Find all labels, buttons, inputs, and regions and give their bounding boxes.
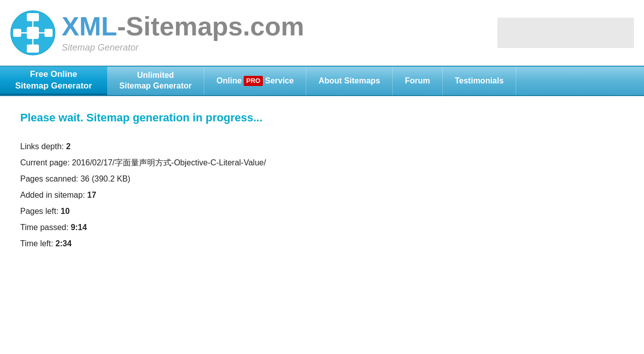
logo-icon <box>10 10 56 56</box>
nav-item-unlimited-label: UnlimitedSitemap Generator <box>119 70 192 92</box>
pages-left-value: 10 <box>61 207 70 215</box>
main-content: Please wait. Sitemap generation in progr… <box>0 96 644 267</box>
logo-rest: -Sitemaps.com <box>117 12 304 41</box>
header-search-area <box>497 18 634 48</box>
svg-rect-3 <box>27 45 39 53</box>
svg-rect-2 <box>27 13 39 21</box>
logo-text-block: XML-Sitemaps.com Sitemap Generator <box>62 12 304 53</box>
status-heading: Please wait. Sitemap generation in progr… <box>20 111 624 124</box>
logo-container: XML-Sitemaps.com Sitemap Generator <box>10 10 304 56</box>
svg-rect-4 <box>13 29 21 37</box>
nav-online-text: Online <box>216 76 242 86</box>
header: XML-Sitemaps.com Sitemap Generator <box>0 0 644 66</box>
current-page-label: Current page: <box>20 158 72 167</box>
time-passed-label: Time passed: <box>20 223 71 232</box>
time-passed-value: 9:14 <box>71 223 87 232</box>
time-passed-row: Time passed: 9:14 <box>20 219 624 236</box>
time-left-label: Time left: <box>20 239 56 248</box>
svg-rect-1 <box>27 27 39 39</box>
nav-item-forum-label: Forum <box>405 76 430 86</box>
nav-item-forum[interactable]: Forum <box>393 67 443 95</box>
added-in-sitemap-row: Added in sitemap: 17 <box>20 187 624 203</box>
nav-bar: Free OnlineSitemap Generator UnlimitedSi… <box>0 66 644 96</box>
current-page-row: Current page: 2016/02/17/字面量声明方式-Objecti… <box>20 155 624 171</box>
pages-scanned-value: 36 (390.2 KB) <box>80 174 130 183</box>
nav-item-testimonials-label: Testimonials <box>455 76 504 86</box>
pro-badge: PRO <box>244 76 263 86</box>
time-left-value: 2:34 <box>56 239 72 248</box>
nav-item-online-pro[interactable]: OnlinePRO Service <box>204 67 306 95</box>
nav-service-text: Service <box>265 76 294 86</box>
stats-block: Links depth: 2 Current page: 2016/02/17/… <box>20 139 624 252</box>
pages-left-label: Pages left: <box>20 207 61 215</box>
pages-left-row: Pages left: 10 <box>20 203 624 219</box>
pages-scanned-row: Pages scanned: 36 (390.2 KB) <box>20 171 624 187</box>
logo-subtitle: Sitemap Generator <box>62 42 304 53</box>
links-depth-label: Links depth: <box>20 142 66 151</box>
added-value: 17 <box>87 191 97 199</box>
logo-title: XML-Sitemaps.com <box>62 12 304 41</box>
time-left-row: Time left: 2:34 <box>20 236 624 252</box>
nav-item-about-label: About Sitemaps <box>318 76 380 86</box>
nav-item-free-online[interactable]: Free OnlineSitemap Generator <box>0 67 107 95</box>
current-page-value: 2016/02/17/字面量声明方式-Objective-C-Literal-V… <box>72 158 266 167</box>
nav-item-free-online-label: Free OnlineSitemap Generator <box>15 69 92 91</box>
nav-item-unlimited[interactable]: UnlimitedSitemap Generator <box>107 67 204 95</box>
nav-item-testimonials[interactable]: Testimonials <box>443 67 517 95</box>
svg-rect-5 <box>44 29 53 37</box>
links-depth-value: 2 <box>66 142 71 151</box>
pages-scanned-label: Pages scanned: <box>20 174 80 183</box>
nav-item-about[interactable]: About Sitemaps <box>306 67 393 95</box>
added-label: Added in sitemap: <box>20 191 87 199</box>
links-depth-row: Links depth: 2 <box>20 139 624 155</box>
logo-xml: XML <box>62 12 117 41</box>
